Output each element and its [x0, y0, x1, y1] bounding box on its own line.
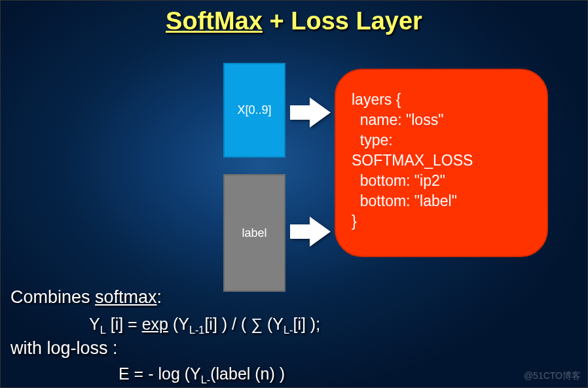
arrow-icon	[290, 217, 331, 247]
explain-line-3: with log-loss :	[10, 338, 118, 359]
title-underlined: SoftMax	[166, 7, 263, 35]
slide-title: SoftMax + Loss Layer	[1, 1, 587, 35]
input-box-label: label	[223, 174, 285, 292]
input-box-label-text: label	[242, 226, 266, 240]
layer-definition-box: layers { name: "loss" type: SOFTMAX_LOSS…	[335, 69, 548, 257]
t: [i] =	[106, 315, 142, 333]
t-u: exp	[142, 315, 168, 333]
text: with log-loss :	[10, 338, 118, 358]
arrow-icon	[290, 97, 331, 128]
t: [i] );	[293, 315, 320, 333]
sub: L-1	[189, 324, 205, 336]
explain-line-1: Combines softmax:	[10, 287, 162, 308]
watermark: @51CTO博客	[524, 370, 581, 382]
sub: L	[100, 324, 106, 336]
input-box-x-label: X[0..9]	[237, 103, 271, 117]
text-underlined: softmax	[95, 287, 157, 307]
softmax-formula: YL [i] = exp (YL-1[i] ) / ( ∑ (YL-[i] );	[89, 315, 320, 336]
logloss-formula: E = - log (YL-(label (n) )	[119, 364, 285, 386]
t: Y	[89, 315, 100, 333]
input-box-x: X[0..9]	[223, 63, 285, 158]
title-rest: + Loss Layer	[263, 7, 422, 35]
layer-code: layers { name: "loss" type: SOFTMAX_LOSS…	[352, 91, 473, 230]
t: [i] ) / ( ∑ (Y	[204, 315, 284, 333]
t: (Y	[168, 315, 189, 333]
text: Combines	[10, 287, 95, 307]
t: E = - log (Y	[119, 364, 201, 383]
t: (label (n) )	[210, 364, 285, 383]
watermark-text: @51CTO博客	[524, 370, 581, 381]
sub: L-	[201, 374, 210, 385]
text: :	[157, 287, 162, 307]
sub: L-	[284, 324, 293, 336]
